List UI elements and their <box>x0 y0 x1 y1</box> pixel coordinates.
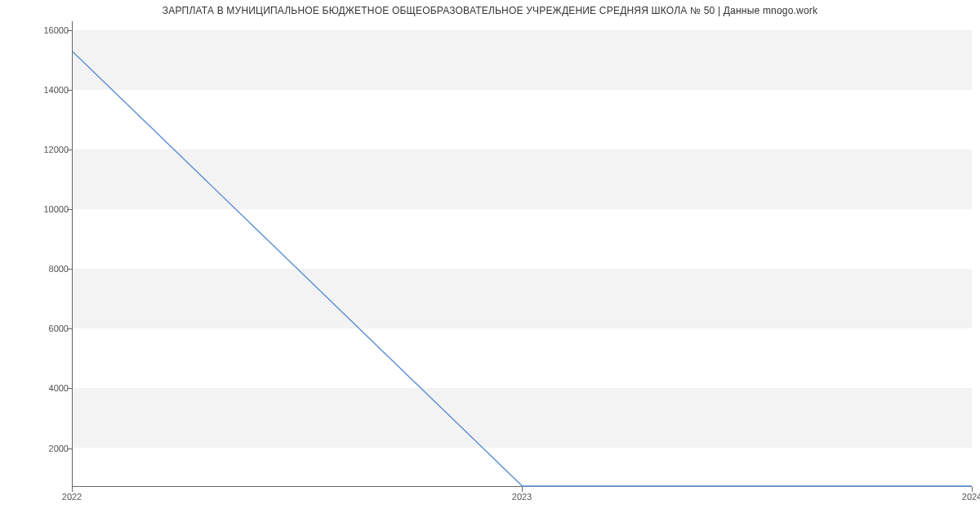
chart-title: ЗАРПЛАТА В МУНИЦИПАЛЬНОЕ БЮДЖЕТНОЕ ОБЩЕО… <box>0 5 980 16</box>
data-line <box>73 21 972 486</box>
y-tick-mark <box>67 30 72 31</box>
x-tick-mark <box>522 487 523 492</box>
y-tick-mark <box>67 149 72 150</box>
y-tick-mark <box>67 90 72 91</box>
x-tick-mark <box>72 487 73 492</box>
y-tick-label: 14000 <box>20 85 69 95</box>
y-tick-label: 6000 <box>20 324 69 333</box>
y-tick-label: 2000 <box>20 444 69 453</box>
x-tick-label: 2022 <box>62 492 82 502</box>
y-tick-label: 10000 <box>20 204 69 214</box>
y-tick-label: 16000 <box>20 25 69 35</box>
y-tick-mark <box>67 328 72 329</box>
y-tick-label: 4000 <box>20 383 69 393</box>
salary-line-chart: ЗАРПЛАТА В МУНИЦИПАЛЬНОЕ БЮДЖЕТНОЕ ОБЩЕО… <box>0 0 980 531</box>
x-tick-mark <box>972 487 973 492</box>
x-tick-label: 2024 <box>962 492 980 502</box>
y-tick-label: 12000 <box>20 145 69 154</box>
x-tick-label: 2023 <box>512 492 532 502</box>
y-tick-mark <box>67 269 72 270</box>
y-tick-label: 8000 <box>20 264 69 274</box>
y-tick-mark <box>67 448 72 449</box>
y-tick-mark <box>67 209 72 210</box>
plot-area <box>72 21 972 487</box>
y-tick-mark <box>67 388 72 389</box>
